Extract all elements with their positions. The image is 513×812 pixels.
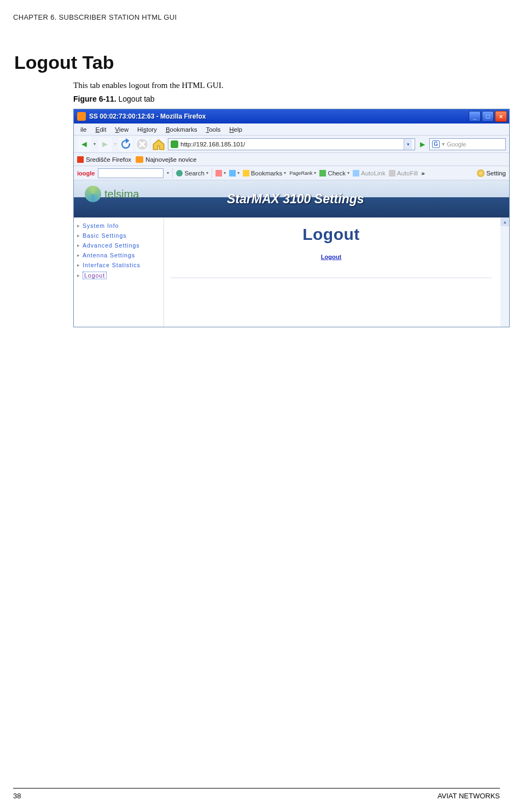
google-toolbar-input[interactable]	[98, 168, 164, 178]
logo-text: telsima	[104, 188, 139, 201]
search-separator-icon: ▾	[442, 141, 445, 147]
page-content: telsima StarMAX 3100 Settings ▸System In…	[74, 180, 509, 327]
gt-bookmarks-label: Bookmarks	[251, 170, 283, 176]
sidebar-label: System Info	[83, 222, 119, 229]
menu-edit[interactable]: Edit	[92, 125, 110, 134]
menu-history[interactable]: History	[134, 125, 160, 134]
stop-button[interactable]	[135, 137, 149, 151]
sidebar-item-interface-statistics[interactable]: ▸Interface Statistics	[76, 260, 161, 270]
bookmark-novice[interactable]: Najnovejše novice	[136, 156, 196, 163]
gt-autolink-label: AutoLink	[361, 170, 386, 176]
address-dropdown-icon[interactable]: ▾	[404, 139, 412, 150]
figure-number: Figure 6-11.	[73, 95, 116, 103]
rss-icon	[136, 156, 143, 163]
gt-block-button[interactable]	[215, 170, 226, 176]
page-number: 38	[13, 792, 21, 800]
gt-search-label: Search	[184, 170, 204, 176]
go-button[interactable]: ▶	[417, 140, 427, 148]
app-banner: telsima StarMAX 3100 Settings	[74, 180, 509, 217]
logout-link[interactable]: Logout	[321, 254, 341, 260]
arrow-icon: ▸	[77, 262, 80, 268]
gt-autofill-button[interactable]: AutoFill	[389, 170, 418, 176]
bookmark-icon	[77, 156, 84, 163]
menu-view[interactable]: View	[112, 125, 132, 134]
gt-pagerank-label: PageRank	[289, 170, 312, 176]
content-title: Logout	[171, 225, 503, 244]
gt-check-label: Check	[328, 170, 346, 176]
menu-tools[interactable]: Tools	[202, 125, 224, 134]
back-dropdown-icon[interactable]: ▾	[94, 142, 96, 146]
google-logo: ioogle	[77, 170, 95, 176]
bookmark-sredisce[interactable]: Središče Firefox	[77, 156, 131, 163]
divider	[171, 278, 492, 278]
menu-file[interactable]: ile	[77, 125, 90, 134]
gt-autolink-button[interactable]: AutoLink	[353, 170, 386, 176]
arrow-icon: ▸	[77, 223, 80, 228]
search-icon	[176, 170, 183, 176]
window-titlebar: SS 00:02:73:00:12:63 - Mozilla Firefox _…	[74, 109, 509, 123]
home-button[interactable]	[151, 137, 166, 151]
chapter-header: CHAPTER 6. SUBSCRIBER STATION HTML GUI	[13, 13, 500, 21]
sidebar-item-basic-settings[interactable]: ▸Basic Settings	[76, 231, 161, 240]
telsima-logo: telsima	[85, 186, 139, 202]
sidebar-item-advanced-settings[interactable]: ▸Advanced Settings	[76, 240, 161, 250]
bookmark-label: Najnovejše novice	[145, 156, 196, 163]
plus-icon	[229, 170, 236, 176]
sidebar-label: Interface Statistics	[83, 262, 141, 268]
menu-help[interactable]: Help	[226, 125, 246, 134]
minimize-button[interactable]: _	[469, 111, 481, 122]
google-toolbar: ioogle ▾ Search Bookmarks▾ PageRank Chec…	[74, 166, 509, 180]
close-button[interactable]: ×	[495, 111, 507, 122]
sidebar-item-antenna-settings[interactable]: ▸Antenna Settings	[76, 250, 161, 260]
autofill-icon	[389, 170, 395, 176]
star-icon	[243, 170, 249, 176]
back-button[interactable]: ◄	[77, 137, 91, 151]
address-text: http://192.168.185.101/	[180, 141, 401, 148]
banner-title: StarMAX 3100 Settings	[227, 192, 364, 207]
gt-settings-button[interactable]: Setting	[477, 169, 506, 177]
search-placeholder: Google	[447, 141, 466, 148]
logo-swirl-icon	[85, 186, 101, 202]
sidebar: ▸System Info ▸Basic Settings ▸Advanced S…	[74, 217, 164, 327]
autolink-icon	[353, 170, 359, 176]
sidebar-label: Advanced Settings	[83, 242, 140, 249]
gear-icon	[477, 169, 485, 177]
bookmarks-toolbar: Središče Firefox Najnovejše novice	[74, 153, 509, 166]
forward-dropdown-icon[interactable]: ▾	[114, 142, 116, 146]
google-search-icon: G	[432, 140, 440, 148]
address-bar[interactable]: http://192.168.185.101/ ▾	[168, 138, 415, 150]
sidebar-item-system-info[interactable]: ▸System Info	[76, 221, 161, 231]
figure-caption: Logout tab	[118, 95, 154, 103]
gt-input-dropdown-icon[interactable]: ▾	[167, 170, 169, 175]
menu-bookmarks[interactable]: Bookmarks	[162, 125, 201, 134]
logout-link-wrap: Logout	[171, 254, 503, 260]
search-box[interactable]: G ▾ Google	[429, 138, 506, 150]
reload-button[interactable]	[119, 137, 133, 151]
gt-check-button[interactable]: Check	[319, 170, 349, 176]
sidebar-label: Logout	[83, 272, 107, 279]
firefox-icon	[77, 112, 86, 121]
intro-text: This tab enables logout from the HTML GU…	[73, 81, 500, 90]
main-pane: ▴ Logout Logout	[164, 217, 509, 327]
gt-pagerank[interactable]: PageRank	[289, 170, 316, 176]
sidebar-item-logout[interactable]: ▸Logout	[76, 270, 161, 281]
bookmark-label: Središče Firefox	[86, 156, 131, 163]
forward-button[interactable]: ►	[98, 137, 112, 151]
gt-autofill-label: AutoFill	[397, 170, 418, 176]
gt-bookmarks-button[interactable]: Bookmarks▾	[243, 170, 287, 176]
company-name: AVIAT NETWORKS	[438, 792, 500, 800]
scroll-up-icon[interactable]: ▴	[500, 217, 509, 226]
maximize-button[interactable]: □	[482, 111, 494, 122]
gt-more-button[interactable]: »	[421, 170, 424, 176]
screenshot-figure: SS 00:02:73:00:12:63 - Mozilla Firefox _…	[73, 109, 510, 327]
navigation-toolbar: ◄ ▾ ► ▾ http://192.168.185.101/ ▾ ▶ G ▾ …	[74, 136, 509, 153]
arrow-icon: ▸	[77, 243, 80, 248]
page-footer: 38 AVIAT NETWORKS	[13, 788, 500, 800]
figure-label: Figure 6-11. Logout tab	[73, 95, 500, 103]
section-title: Logout Tab	[14, 52, 500, 73]
scrollbar[interactable]: ▴	[500, 217, 509, 327]
gt-search-button[interactable]: Search	[176, 170, 208, 176]
gt-plus-button[interactable]	[229, 170, 240, 176]
sidebar-label: Basic Settings	[83, 232, 127, 239]
window-title: SS 00:02:73:00:12:63 - Mozilla Firefox	[89, 113, 206, 120]
